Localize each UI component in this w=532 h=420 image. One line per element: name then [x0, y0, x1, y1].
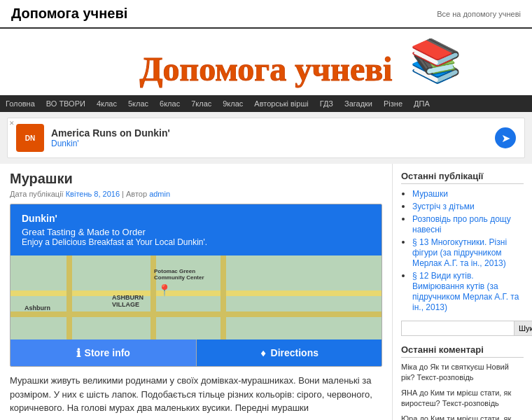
- dunkin-sub: Enjoy a Delicious Breakfast at Your Loca…: [22, 237, 370, 247]
- recent-link-4[interactable]: § 13 Многокутники. Різні фігури (за підр…: [412, 237, 507, 268]
- nav-4klas[interactable]: 4клас: [91, 95, 122, 112]
- dunkin-tagline: Great Tasting & Made to Order: [22, 227, 370, 237]
- site-header: Допомога учневі Все на допомогу учневі: [0, 0, 532, 29]
- main-content: Мурашки Дата публікації Квітень 8, 2016 …: [0, 164, 392, 420]
- site-tagline: Все на допомогу учневі: [437, 10, 521, 18]
- post-meta: Дата публікації Квітень 8, 2016 | Автор …: [10, 190, 382, 198]
- recent-link-2[interactable]: Зустріч з дітьми: [412, 202, 475, 211]
- comment-2: ЯНА до Ким ти мрієш стати, як виростеш? …: [401, 388, 524, 410]
- dunkin-ad: Dunkin' Great Tasting & Made to Order En…: [10, 204, 382, 367]
- dunkin-brand: Dunkin': [22, 213, 370, 224]
- map-pin: 📍: [158, 284, 172, 297]
- nav-rizne[interactable]: Різне: [378, 95, 408, 112]
- recent-link-3[interactable]: Розповідь про роль дощу навесні: [412, 214, 511, 234]
- post-title: Мурашки: [10, 171, 382, 187]
- post-date-link[interactable]: Квітень 8, 2016: [66, 190, 120, 198]
- list-item: Мурашки: [412, 188, 524, 199]
- post-author-link[interactable]: admin: [149, 190, 170, 198]
- list-item: § 13 Многокутники. Різні фігури (за підр…: [412, 237, 524, 268]
- directions-icon: ⬧: [260, 346, 267, 359]
- directions-button[interactable]: ⬧ Directions: [196, 340, 382, 366]
- directions-label: Directions: [271, 347, 318, 358]
- nav-tvorY[interactable]: ВО ТВОРИ: [41, 95, 91, 112]
- map-label-ashburn-village: ASHBURNVILLAGE: [112, 294, 144, 308]
- comment-3: Юра до Ким ти мрієш стати, як виростеш? …: [401, 414, 524, 420]
- recent-link-1[interactable]: Мурашки: [412, 189, 448, 199]
- store-info-button[interactable]: ℹ Store info: [10, 340, 196, 366]
- dunkin-map[interactable]: Ashburn ASHBURNVILLAGE Potomac GreenComm…: [10, 255, 382, 340]
- recent-posts-list: Мурашки Зустріч з дітьми Розповідь про р…: [401, 188, 524, 312]
- ad-sub: Dunkin': [51, 139, 495, 148]
- sidebar: Останні публікації Мурашки Зустріч з діт…: [392, 164, 532, 420]
- list-item: Зустріч з дітьми: [412, 201, 524, 211]
- recent-link-5[interactable]: § 12 Види кутів. Вимірювання кутів (за п…: [412, 271, 519, 312]
- ad-close[interactable]: ✕: [9, 120, 15, 127]
- map-label-potomac: Potomac GreenCommunity Center: [154, 268, 204, 281]
- nav-6klas[interactable]: 6клас: [154, 95, 186, 112]
- ad-logo: DN: [16, 124, 44, 152]
- nav-5klas[interactable]: 5клас: [122, 95, 154, 112]
- nav-7klas[interactable]: 7клас: [186, 95, 217, 112]
- main-wrap: Мурашки Дата публікації Квітень 8, 2016 …: [0, 164, 532, 420]
- sidebar-search: Шукати: [401, 321, 524, 336]
- site-title: Допомога учневі: [11, 6, 127, 22]
- ad-text: America Runs on Dunkin' Dunkin': [51, 127, 495, 148]
- books-decoration: 📚: [410, 36, 462, 85]
- banner-title: Допомога учневі: [140, 36, 393, 95]
- ad-name: America Runs on Dunkin': [51, 127, 495, 139]
- nav-gdz[interactable]: ГДЗ: [314, 95, 339, 112]
- main-nav: Головна ВО ТВОРИ 4клас 5клас 6клас 7клас…: [0, 95, 532, 112]
- top-ad-banner: ✕ DN America Runs on Dunkin' Dunkin' ➤: [7, 118, 525, 158]
- info-icon: ℹ: [76, 346, 80, 360]
- post-body: Мурашки живуть великими родинами у своїх…: [10, 374, 382, 415]
- nav-home[interactable]: Головна: [0, 95, 41, 112]
- nav-avtorski[interactable]: Авторські вірші: [248, 95, 314, 112]
- recent-comments-title: Останні коментарі: [401, 344, 524, 358]
- store-info-label: Store info: [85, 347, 130, 358]
- banner: 📚 Допомога учневі: [0, 29, 532, 95]
- dunkin-top: Dunkin' Great Tasting & Made to Order En…: [10, 204, 382, 255]
- ad-direction-arrow[interactable]: ➤: [495, 127, 516, 148]
- list-item: Розповідь про роль дощу навесні: [412, 214, 524, 234]
- recent-posts-title: Останні публікації: [401, 171, 524, 184]
- nav-zagadky[interactable]: Загадки: [339, 95, 378, 112]
- search-button[interactable]: Шукати: [514, 321, 532, 336]
- map-label-ashburn: Ashburn: [24, 304, 50, 312]
- list-item: § 12 Види кутів. Вимірювання кутів (за п…: [412, 270, 524, 312]
- ad-logo-text: DN: [25, 134, 35, 142]
- search-input[interactable]: [401, 321, 514, 336]
- dunkin-buttons: ℹ Store info ⬧ Directions: [10, 340, 382, 366]
- nav-9klas[interactable]: 9клас: [217, 95, 248, 112]
- comment-1: Міка до Як ти святкуєш Новий рік? Текст-…: [401, 362, 524, 384]
- nav-dpa[interactable]: ДПА: [408, 95, 435, 112]
